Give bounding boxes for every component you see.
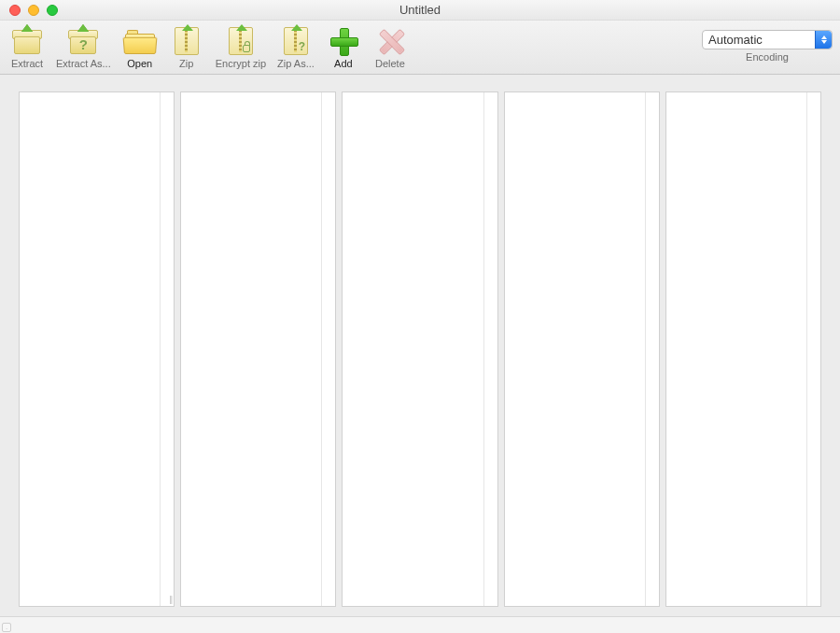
delete-button[interactable]: Delete [369, 22, 412, 73]
encoding-select[interactable]: Automatic [702, 30, 833, 49]
browser-column[interactable] [665, 91, 821, 607]
extract-button[interactable]: Extract [6, 22, 49, 73]
titlebar: Untitled [0, 0, 840, 21]
statusbar: . [0, 616, 840, 633]
column-divider [806, 92, 807, 606]
add-label: Add [334, 58, 353, 69]
zip-as-label: Zip As... [277, 58, 315, 69]
open-label: Open [127, 58, 152, 69]
add-button[interactable]: Add [322, 22, 365, 73]
zip-icon [175, 27, 199, 55]
encrypt-zip-label: Encrypt zip [216, 58, 266, 69]
encrypt-zip-icon [229, 27, 253, 55]
zip-as-icon: ? [284, 27, 308, 55]
status-text: . [6, 623, 7, 631]
extract-icon [12, 27, 42, 55]
column-divider [160, 92, 161, 606]
zip-button[interactable]: Zip [165, 22, 208, 73]
encoding-group: Automatic Encoding [702, 30, 833, 64]
browser-column[interactable] [504, 91, 660, 607]
column-divider [321, 92, 322, 606]
extract-label: Extract [11, 58, 43, 69]
browser-column[interactable]: || [19, 91, 175, 607]
column-resize-handle-icon[interactable]: || [170, 595, 173, 604]
column-browser: || [0, 75, 840, 616]
zip-as-button[interactable]: ? Zip As... [273, 22, 318, 73]
browser-column[interactable] [342, 91, 497, 607]
browser-column[interactable] [180, 91, 336, 607]
window-controls [0, 5, 58, 16]
toolbar: Extract ? Extract As... Open [0, 21, 840, 75]
column-divider [483, 92, 484, 606]
delete-x-icon [376, 27, 404, 55]
encoding-selected-value: Automatic [708, 33, 763, 47]
delete-label: Delete [375, 58, 405, 69]
window-title: Untitled [0, 3, 840, 17]
select-stepper-icon [815, 31, 832, 49]
open-button[interactable]: Open [119, 22, 161, 73]
column-divider [645, 92, 646, 606]
window-minimize-button[interactable] [28, 5, 39, 16]
encoding-caption: Encoding [746, 51, 789, 63]
window-zoom-button[interactable] [47, 5, 58, 16]
window-close-button[interactable] [9, 5, 21, 16]
extract-as-label: Extract As... [56, 58, 111, 69]
encrypt-zip-button[interactable]: Encrypt zip [212, 22, 270, 73]
folder-open-icon [124, 28, 156, 54]
status-grip-icon[interactable]: . [2, 623, 11, 632]
extract-as-button[interactable]: ? Extract As... [52, 22, 115, 73]
extract-as-icon: ? [68, 27, 98, 55]
zip-label: Zip [179, 58, 193, 69]
plus-icon [329, 27, 357, 55]
